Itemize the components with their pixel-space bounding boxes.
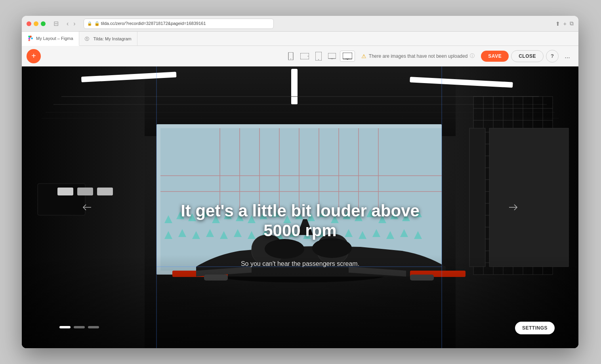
svg-marker-73 xyxy=(414,209,422,217)
svg-point-104 xyxy=(213,267,387,282)
tab-tilda-label: Tilda: My Instagram xyxy=(93,36,132,41)
indicator-2[interactable] xyxy=(74,326,85,328)
indicator-3[interactable] xyxy=(88,326,99,328)
minimize-traffic-light[interactable] xyxy=(34,21,38,26)
svg-rect-50 xyxy=(156,124,442,275)
svg-rect-17 xyxy=(410,77,513,88)
svg-rect-16 xyxy=(291,69,298,104)
figma-icon xyxy=(27,36,33,41)
close-button[interactable]: CLOSE xyxy=(511,50,544,62)
browser-actions: ⬆ + ⧉ xyxy=(555,20,574,27)
svg-marker-88 xyxy=(359,231,366,239)
tab-figma[interactable]: My Layout – Figma xyxy=(22,32,79,46)
svg-marker-55 xyxy=(200,209,208,217)
canvas-area: It get's a little bit louder above 5000 … xyxy=(22,66,578,348)
svg-marker-69 xyxy=(366,209,374,217)
svg-marker-56 xyxy=(212,215,220,223)
svg-marker-53 xyxy=(176,211,184,219)
settings-button[interactable]: SETTINGS xyxy=(515,322,555,334)
svg-marker-82 xyxy=(275,231,283,239)
device-mobile-button[interactable] xyxy=(285,51,296,62)
windows-button[interactable]: ⧉ xyxy=(570,20,574,27)
svg-marker-72 xyxy=(402,213,410,221)
warning-text: There are images that have not been uplo… xyxy=(369,53,468,59)
svg-marker-85 xyxy=(317,229,325,237)
svg-marker-66 xyxy=(331,215,339,223)
svg-marker-57 xyxy=(224,211,232,219)
svg-rect-46 xyxy=(38,184,85,215)
device-desktop-small-button[interactable] xyxy=(326,51,338,61)
svg-rect-48 xyxy=(77,188,93,195)
svg-rect-109 xyxy=(172,271,228,277)
toolbar-actions: SAVE CLOSE ? ... xyxy=(481,50,574,63)
svg-rect-14 xyxy=(456,66,578,348)
sidebar-toggle-button[interactable]: ⊟ xyxy=(52,19,60,28)
svg-rect-110 xyxy=(410,271,466,277)
svg-marker-87 xyxy=(345,229,353,237)
add-block-button[interactable]: + xyxy=(27,49,41,63)
indicator-1[interactable] xyxy=(59,326,71,328)
svg-marker-86 xyxy=(331,231,339,239)
svg-marker-52 xyxy=(164,215,172,223)
svg-rect-6 xyxy=(328,53,336,59)
svg-marker-71 xyxy=(390,211,398,219)
device-desktop-button[interactable] xyxy=(340,51,355,62)
svg-marker-92 xyxy=(414,231,422,239)
svg-marker-70 xyxy=(378,215,386,223)
close-traffic-light[interactable] xyxy=(27,21,31,26)
nav-buttons: ‹ › xyxy=(65,19,77,28)
warning-area: ⚠ There are images that have not been up… xyxy=(361,53,475,59)
svg-marker-62 xyxy=(283,215,291,223)
svg-rect-15 xyxy=(81,72,176,82)
browser-window: ⊟ ‹ › 🔒 🔒 tilda.cc/zero/?recordid=328718… xyxy=(22,16,578,348)
svg-marker-79 xyxy=(234,229,242,237)
svg-marker-67 xyxy=(343,211,351,219)
maximize-traffic-light[interactable] xyxy=(41,21,46,26)
svg-marker-77 xyxy=(206,229,214,237)
tilda-icon: ⓣ xyxy=(85,36,90,42)
svg-marker-65 xyxy=(319,209,327,217)
new-tab-button[interactable]: + xyxy=(563,21,567,27)
svg-marker-84 xyxy=(303,231,311,239)
help-button[interactable]: ? xyxy=(546,50,559,63)
traffic-lights xyxy=(27,21,46,26)
svg-rect-112 xyxy=(410,275,434,281)
svg-marker-59 xyxy=(248,215,256,223)
save-button[interactable]: SAVE xyxy=(481,51,509,62)
device-tablet-button[interactable] xyxy=(313,50,324,62)
svg-marker-61 xyxy=(271,209,279,217)
svg-marker-90 xyxy=(386,231,394,239)
svg-marker-91 xyxy=(400,229,408,237)
svg-marker-78 xyxy=(220,231,228,239)
svg-marker-81 xyxy=(261,229,269,237)
svg-rect-47 xyxy=(57,188,73,195)
title-bar: ⊟ ‹ › 🔒 🔒 tilda.cc/zero/?recordid=328718… xyxy=(22,16,578,32)
svg-marker-74 xyxy=(164,231,172,239)
svg-marker-54 xyxy=(188,213,196,221)
svg-rect-106 xyxy=(317,234,349,264)
svg-rect-13 xyxy=(22,66,145,348)
svg-rect-9 xyxy=(343,53,352,59)
more-button[interactable]: ... xyxy=(561,50,574,63)
canvas-subheadline: So you can't hear the passengers scream. xyxy=(221,260,380,267)
add-icon: + xyxy=(31,51,36,61)
back-button[interactable]: ‹ xyxy=(65,19,70,28)
editor-toolbar: + xyxy=(22,46,578,66)
canvas-background: It get's a little bit louder above 5000 … xyxy=(22,66,578,348)
svg-rect-105 xyxy=(252,235,283,265)
svg-marker-89 xyxy=(372,229,380,237)
tab-tilda[interactable]: ⓣ Tilda: My Instagram xyxy=(79,32,137,46)
svg-marker-76 xyxy=(192,231,200,239)
svg-point-5 xyxy=(318,59,319,60)
canvas-headline: It get's a little bit louder above 5000 … xyxy=(162,201,439,241)
svg-rect-111 xyxy=(204,275,228,281)
svg-rect-22 xyxy=(473,97,553,275)
structural-svg xyxy=(22,66,578,348)
svg-point-1 xyxy=(290,59,291,59)
forward-button[interactable]: › xyxy=(72,19,77,28)
svg-marker-83 xyxy=(289,229,297,237)
share-button[interactable]: ⬆ xyxy=(555,21,560,27)
svg-point-107 xyxy=(265,239,304,259)
address-bar[interactable]: 🔒 🔒 tilda.cc/zero/?recordid=328718172&pa… xyxy=(84,19,274,29)
device-tablet-landscape-button[interactable] xyxy=(298,51,311,61)
